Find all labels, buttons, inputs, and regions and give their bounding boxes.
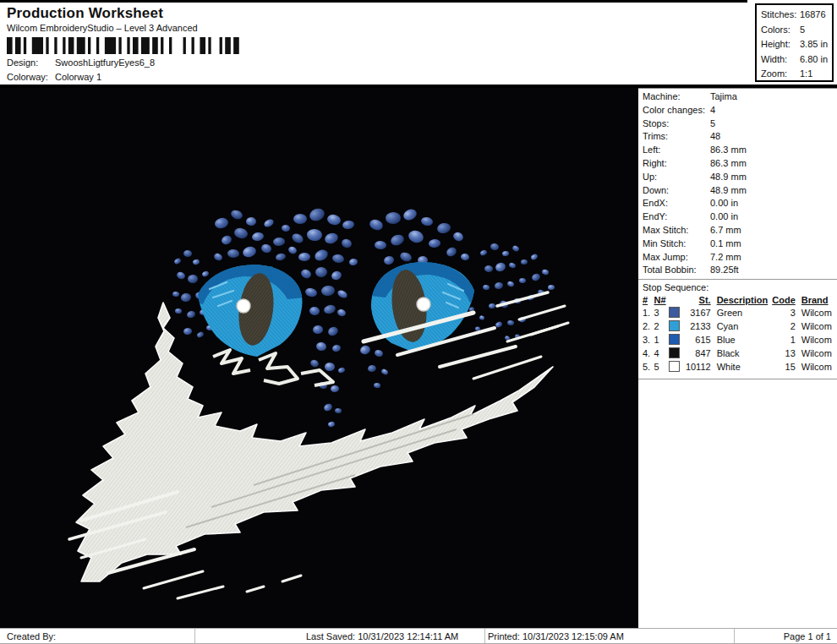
embroidery-artwork bbox=[0, 88, 638, 628]
summary-row: Height:3.85 in bbox=[761, 37, 832, 52]
machine-info-row: Up:48.9 mm bbox=[643, 171, 747, 184]
scale-dot bbox=[183, 327, 193, 335]
stop-sequence-cell: 13 bbox=[772, 347, 797, 360]
scale-dot bbox=[506, 281, 515, 288]
machine-info-row-value: 89.25ft bbox=[710, 265, 739, 275]
stop-sequence-cell: 4 bbox=[654, 347, 669, 360]
thread-swatch-cell bbox=[669, 360, 683, 374]
scale-dot bbox=[460, 253, 469, 260]
scale-dot bbox=[260, 243, 273, 254]
footer-bar: Created By: Last Saved: 10/31/2023 12:14… bbox=[0, 628, 837, 644]
scale-dot bbox=[214, 216, 230, 230]
stop-sequence-cell: 10112 bbox=[682, 360, 712, 374]
machine-info-row: EndY:0.00 in bbox=[643, 210, 747, 224]
stop-sequence-row: 5.510112White15Wilcom bbox=[643, 360, 837, 374]
scale-dot bbox=[451, 231, 464, 243]
page-title: Production Worksheet bbox=[7, 5, 163, 22]
scale-dot bbox=[315, 267, 327, 277]
scale-dot bbox=[548, 285, 555, 291]
stop-column-header: N# bbox=[654, 295, 669, 306]
scale-dot bbox=[275, 253, 287, 262]
thread-swatch bbox=[669, 334, 680, 345]
machine-info-row-label: Down: bbox=[643, 184, 710, 198]
stop-sequence-cell: Blue bbox=[713, 333, 773, 347]
header-top-rule bbox=[0, 0, 747, 3]
stop-sequence-cell: Green bbox=[713, 306, 773, 319]
scale-dot bbox=[484, 265, 494, 273]
scale-dot bbox=[502, 250, 510, 256]
machine-info-row-label: Stops: bbox=[643, 117, 710, 131]
scale-dot bbox=[273, 237, 286, 246]
machine-info-row-value: 48 bbox=[710, 131, 720, 141]
scale-dot bbox=[507, 319, 515, 325]
scale-dot bbox=[407, 229, 424, 245]
scale-dot bbox=[359, 344, 372, 356]
machine-info-row-label: Total Bobbin: bbox=[643, 264, 710, 277]
machine-info-row-value: 4 bbox=[710, 105, 715, 115]
stop-sequence-cell: 1. bbox=[643, 306, 654, 319]
scale-dot bbox=[479, 249, 488, 257]
footer-divider bbox=[194, 629, 195, 643]
left-eye bbox=[191, 263, 304, 357]
scale-dot bbox=[230, 209, 244, 221]
thread-swatch-cell bbox=[669, 306, 683, 319]
stop-sequence-title: Stop Sequence: bbox=[643, 282, 837, 292]
machine-info-row-value: 86.3 mm bbox=[710, 158, 747, 168]
summary-row: Width:6.80 in bbox=[761, 52, 832, 68]
stop-sequence-cell: Cyan bbox=[713, 319, 773, 333]
machine-info-row: Max Stitch:6.7 mm bbox=[643, 224, 747, 237]
scale-dot bbox=[263, 218, 275, 229]
scale-dot bbox=[290, 232, 304, 244]
app-subtitle: Wilcom EmbroideryStudio – Level 3 Advanc… bbox=[7, 23, 198, 33]
stop-sequence-cell: 3. bbox=[643, 333, 654, 347]
stop-sequence-cell: Wilcom bbox=[797, 319, 837, 333]
machine-info-row-label: Max Stitch: bbox=[643, 224, 710, 237]
scale-dot bbox=[541, 269, 549, 276]
scale-dot bbox=[389, 233, 405, 248]
machine-info-row: Trims:48 bbox=[643, 130, 747, 144]
machine-info-row-label: Left: bbox=[643, 144, 710, 157]
scale-dot bbox=[227, 249, 240, 259]
scale-dot bbox=[293, 214, 307, 224]
summary-row-label: Colors: bbox=[761, 23, 800, 38]
scale-dot bbox=[420, 216, 434, 227]
scale-dot bbox=[326, 325, 339, 337]
scale-dot bbox=[521, 259, 528, 265]
stop-column-header: St. bbox=[682, 295, 712, 306]
machine-info-row-label: EndX: bbox=[643, 197, 710, 210]
scale-dot bbox=[213, 252, 224, 262]
scale-dot bbox=[336, 289, 348, 300]
thread-swatch-cell bbox=[669, 333, 683, 347]
scale-dot bbox=[479, 315, 484, 321]
machine-info-list: Machine:TajimaColor changes:4Stops:5Trim… bbox=[643, 90, 747, 277]
scale-dot bbox=[188, 275, 198, 283]
thread-swatch-cell bbox=[669, 319, 683, 333]
machine-info-row-value: 6.7 mm bbox=[710, 225, 741, 235]
page-number: Page 1 of 1 bbox=[784, 631, 831, 641]
stop-sequence-cell: White bbox=[713, 360, 773, 374]
colorway-row: Colorway:Colorway 1 bbox=[7, 72, 101, 82]
scale-dot bbox=[172, 291, 179, 297]
design-label: Design: bbox=[7, 57, 55, 68]
summary-row-value: 6.80 in bbox=[800, 54, 828, 64]
stop-sequence-cell: 615 bbox=[682, 333, 712, 347]
scale-dot bbox=[176, 270, 186, 280]
scale-dot bbox=[220, 234, 232, 246]
scale-dot bbox=[309, 306, 320, 315]
summary-row-label: Zoom: bbox=[761, 67, 800, 82]
stop-sequence-cell: 1 bbox=[772, 333, 797, 347]
scale-dot bbox=[175, 308, 182, 314]
summary-row-label: Height: bbox=[761, 37, 800, 52]
scale-dot bbox=[380, 368, 389, 375]
scale-dot bbox=[494, 281, 504, 290]
scale-dot bbox=[325, 363, 335, 371]
scale-dot bbox=[512, 245, 520, 253]
scale-dot bbox=[313, 325, 324, 335]
stop-sequence-cell: 3 bbox=[654, 306, 669, 319]
scale-dot bbox=[508, 262, 516, 269]
summary-row-label: Width: bbox=[761, 52, 800, 68]
stitch-preview-canvas bbox=[0, 88, 638, 628]
footer-divider bbox=[484, 629, 485, 643]
stop-sequence-row: 1.33167Green3Wilcom bbox=[643, 306, 837, 319]
machine-info-row: Down:48.9 mm bbox=[643, 184, 747, 198]
